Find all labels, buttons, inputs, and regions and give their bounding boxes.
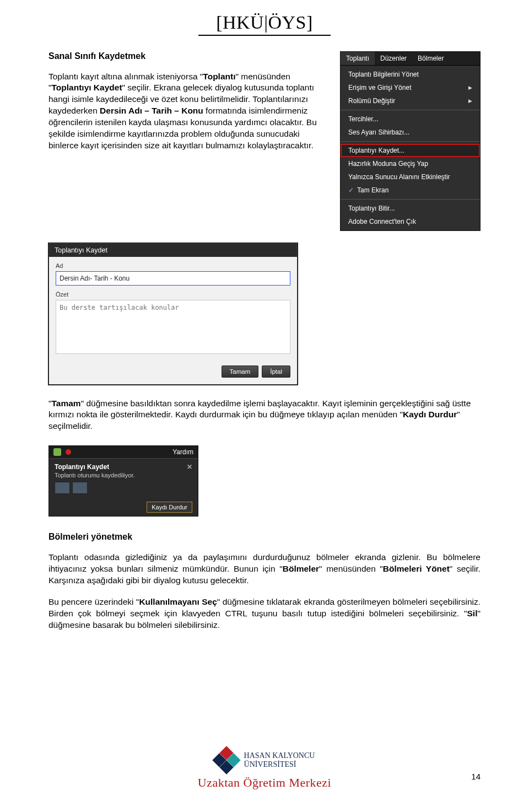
toast-title: Toplantıyı Kaydet bbox=[55, 463, 109, 471]
cancel-button[interactable]: İptal bbox=[262, 365, 290, 378]
section2-p2: Bu pencere üzerindeki "Kullanılmayanı Se… bbox=[48, 596, 481, 631]
check-icon: ✓ bbox=[348, 186, 354, 194]
footer-subtitle: Uzaktan Öğretim Merkezi bbox=[0, 776, 529, 790]
toast-subtitle: Toplantı oturumu kaydediliyor. bbox=[55, 472, 192, 478]
label-ad: Ad bbox=[56, 262, 290, 269]
menu-item-label: Toplantıyı Bitir... bbox=[348, 205, 395, 212]
text-run: " menüsünden " bbox=[319, 564, 383, 573]
menu-item-label: Toplantı Bilgilerini Yönet bbox=[348, 71, 419, 78]
bold-bolmeleri-yonet: Bölmeleri Yönet bbox=[383, 564, 450, 573]
menu-item[interactable]: Adobe Connect'ten Çık bbox=[341, 215, 480, 228]
menu-item-label: Tercihler... bbox=[348, 115, 379, 123]
menu-tab-bolmeler[interactable]: Bölmeler bbox=[412, 52, 449, 65]
menu-item-label: Rolümü Değiştir bbox=[348, 97, 395, 105]
menu-tab-duzenler[interactable]: Düzenler bbox=[375, 52, 412, 65]
uni-line2: ÜNİVERSİTESİ bbox=[244, 760, 315, 769]
menu-item-label: Tam Ekran bbox=[357, 186, 388, 194]
name-input[interactable] bbox=[56, 271, 290, 286]
ok-button[interactable]: Tamam bbox=[222, 365, 259, 378]
menu-item[interactable]: Ses Ayarı Sihirbazı... bbox=[341, 126, 480, 139]
section1-paragraph: Toplantı kayıt altına alınmak isteniyors… bbox=[48, 71, 330, 152]
save-dialog-screenshot: Toplantıyı Kaydet Ad Özet Tamam İptal bbox=[48, 243, 298, 385]
section-title-save: Sanal Sınıfı Kaydetmek bbox=[48, 51, 330, 61]
dialog-footer: Tamam İptal bbox=[49, 360, 297, 384]
menu-item-toplantiyi-kaydet[interactable]: Toplantıyı Kaydet... bbox=[341, 144, 480, 157]
mic-icon bbox=[53, 448, 61, 456]
logo-mark-icon bbox=[214, 748, 239, 772]
menu-item-label: Toplantıyı Kaydet... bbox=[348, 147, 404, 154]
dialog-title: Toplantıyı Kaydet bbox=[49, 244, 297, 257]
chevron-right-icon: ▶ bbox=[468, 98, 472, 104]
menu-item-label: Yalnızca Sunucu Alanını Etkinleştir bbox=[348, 173, 450, 181]
menu-item-label: Hazırlık Moduna Geçiş Yap bbox=[348, 160, 428, 168]
section2-p1: Toplantı odasında gizlediğiniz ya da pay… bbox=[48, 552, 481, 587]
page-header: [HKÜ|ÖYS] bbox=[48, 0, 481, 36]
summary-textarea[interactable] bbox=[56, 300, 290, 354]
close-icon[interactable]: ✕ bbox=[187, 463, 192, 471]
toast-footer: Kaydı Durdur bbox=[49, 499, 198, 516]
menu-item-label: Erişim ve Girişi Yönet bbox=[348, 84, 411, 92]
menu-item[interactable]: Rolümü Değiştir▶ bbox=[341, 94, 480, 107]
record-icon[interactable] bbox=[66, 449, 71, 455]
menu-item[interactable]: Toplantıyı Bitir... bbox=[341, 202, 480, 215]
label-ozet: Özet bbox=[56, 291, 290, 298]
paragraph-tamam: "Tamam" düğmesine basıldıktan sonra kayd… bbox=[48, 398, 481, 433]
menu-item[interactable]: Erişim ve Girişi Yönet▶ bbox=[341, 81, 480, 94]
university-name: HASAN KALYONCU ÜNİVERSİTESİ bbox=[244, 751, 315, 769]
text-run: Toplantı kayıt altına alınmak isteniyors… bbox=[48, 72, 203, 81]
menu-separator bbox=[341, 110, 480, 110]
menu-tab-toplanti[interactable]: Toplantı bbox=[341, 52, 375, 65]
bold-format: Dersin Adı – Tarih – Konu bbox=[100, 106, 203, 115]
section-title-bolmeler: Bölmeleri yönetmek bbox=[48, 532, 481, 542]
menu-separator bbox=[341, 199, 480, 200]
menu-item-label: Ses Ayarı Sihirbazı... bbox=[348, 128, 409, 136]
toast-toolbar: Yardım bbox=[49, 446, 198, 459]
menu-item-label: Adobe Connect'ten Çık bbox=[348, 218, 416, 225]
bold-sil: Sil bbox=[467, 609, 478, 618]
recording-toast-screenshot: Yardım Toplantıyı Kaydet ✕ Toplantı otur… bbox=[48, 445, 198, 517]
menu-item[interactable]: Yalnızca Sunucu Alanını Etkinleştir bbox=[341, 170, 480, 184]
layout-thumb[interactable] bbox=[55, 482, 70, 494]
toast-body: Toplantıyı Kaydet ✕ Toplantı oturumu kay… bbox=[49, 459, 198, 482]
menu-separator bbox=[341, 141, 480, 142]
chevron-right-icon: ▶ bbox=[468, 85, 472, 90]
stop-recording-button[interactable]: Kaydı Durdur bbox=[147, 502, 192, 513]
dropdown-menu-screenshot: Toplantı Düzenler Bölmeler Toplantı Bilg… bbox=[340, 51, 481, 231]
main-two-col: Sanal Sınıfı Kaydetmek Toplantı kayıt al… bbox=[48, 51, 481, 231]
bold-toplantiyi-kaydet: Toplantıyı Kaydet bbox=[52, 83, 122, 92]
bold-kaydi-durdur: Kaydı Durdur bbox=[403, 410, 457, 419]
layout-thumb[interactable] bbox=[72, 482, 88, 494]
bold-toplanti: Toplantı bbox=[203, 72, 235, 81]
bold-bolmeler: Bölmeler bbox=[283, 564, 319, 573]
brand-logo-text: [HKÜ|ÖYS] bbox=[48, 12, 481, 33]
menu-list: Toplantı Bilgilerini Yönet Erişim ve Gir… bbox=[341, 66, 480, 230]
menu-bar: Toplantı Düzenler Bölmeler bbox=[341, 52, 480, 66]
bold-tamam: Tamam bbox=[52, 399, 81, 408]
menu-item[interactable]: Toplantı Bilgilerini Yönet bbox=[341, 68, 480, 81]
menu-item[interactable]: Tercihler... bbox=[341, 112, 480, 126]
left-column: Sanal Sınıfı Kaydetmek Toplantı kayıt al… bbox=[48, 51, 330, 231]
dialog-body: Ad Özet bbox=[49, 257, 297, 360]
menu-item-tam-ekran[interactable]: ✓Tam Ekran bbox=[341, 184, 480, 197]
right-column: Toplantı Düzenler Bölmeler Toplantı Bilg… bbox=[340, 51, 481, 231]
menu-item[interactable]: Hazırlık Moduna Geçiş Yap bbox=[341, 157, 480, 170]
section-bolmeleri: Bölmeleri yönetmek Toplantı odasında giz… bbox=[48, 532, 481, 631]
help-label[interactable]: Yardım bbox=[172, 448, 193, 456]
page-footer: HASAN KALYONCU ÜNİVERSİTESİ Uzaktan Öğre… bbox=[0, 748, 529, 790]
text-run: Bu pencere üzerindeki " bbox=[48, 597, 139, 606]
bold-kullanilmayani-sec: Kullanılmayanı Seç bbox=[139, 597, 217, 606]
layout-thumbnails bbox=[49, 482, 198, 499]
uni-line1: HASAN KALYONCU bbox=[244, 751, 315, 760]
university-logo: HASAN KALYONCU ÜNİVERSİTESİ bbox=[0, 748, 529, 772]
header-rule bbox=[198, 35, 331, 36]
